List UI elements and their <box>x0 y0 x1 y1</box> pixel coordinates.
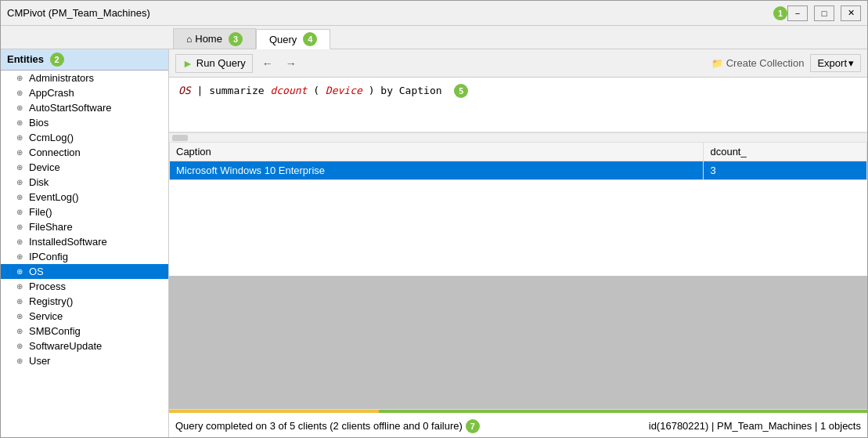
create-collection-label: Create Collection <box>726 57 805 69</box>
badge-3: 3 <box>229 32 243 46</box>
expand-icon: ⊕ <box>16 89 26 97</box>
cell-dcount[interactable]: 3 <box>704 161 867 180</box>
badge-7: 7 <box>466 419 480 433</box>
code-paren1: ( <box>313 85 326 96</box>
sidebar-item-user[interactable]: ⊕User <box>1 353 168 368</box>
run-query-button[interactable]: ► Run Query <box>175 54 253 73</box>
badge-4: 4 <box>303 32 317 46</box>
sidebar-item-installedsoftware[interactable]: ⊕InstalledSoftware <box>1 234 168 249</box>
progress-container <box>169 410 867 413</box>
tab-query[interactable]: Query 4 <box>256 29 330 49</box>
expand-icon: ⊕ <box>16 297 26 306</box>
code-pipe: | summarize <box>196 85 270 96</box>
main-window: CMPivot (PM_Team_Machines) 1 − □ ✕ ⌂ Hom… <box>0 0 868 438</box>
progress-green <box>379 410 867 413</box>
sidebar-item-bios[interactable]: ⊕Bios <box>1 115 168 130</box>
main-content: Entities 2 ⊕Administrators⊕AppCrash⊕Auto… <box>1 49 867 437</box>
back-button[interactable]: ← <box>259 56 276 71</box>
sidebar-item-label: Service <box>29 310 63 322</box>
sidebar-item-label: Registry() <box>29 295 73 307</box>
expand-icon: ⊕ <box>16 133 26 142</box>
toolbar-right: 📁 Create Collection Export ▾ <box>711 54 861 72</box>
table-header-row: Caption dcount_ <box>170 143 867 161</box>
status-right: id(16780221) | PM_Team_Machines | 1 obje… <box>649 420 861 432</box>
sidebar-item-label: FileShare <box>29 221 73 233</box>
sidebar-item-ccmlog--[interactable]: ⊕CcmLog() <box>1 130 168 145</box>
sidebar-item-label: CcmLog() <box>29 132 74 143</box>
column-caption: Caption <box>170 143 704 161</box>
sidebar-item-label: IPConfig <box>29 251 68 262</box>
empty-results-area <box>169 276 867 410</box>
sidebar-item-smbconfig[interactable]: ⊕SMBConfig <box>1 324 168 338</box>
code-editor[interactable]: OS | summarize dcount ( Device ) by Capt… <box>169 78 867 132</box>
code-entity: OS <box>178 85 191 96</box>
cell-caption: Microsoft Windows 10 Enterprise <box>170 161 704 180</box>
query-area: ► Run Query ← → 📁 Create Collection Expo… <box>169 49 867 437</box>
sidebar-item-label: Process <box>29 281 66 292</box>
sidebar-item-eventlog--[interactable]: ⊕EventLog() <box>1 190 168 205</box>
expand-icon: ⊕ <box>16 327 26 335</box>
horizontal-scrollbar[interactable] <box>169 132 867 142</box>
minimize-button[interactable]: − <box>787 5 808 21</box>
sidebar-item-appcrash[interactable]: ⊕AppCrash <box>1 85 168 100</box>
expand-icon: ⊕ <box>16 357 26 365</box>
export-dropdown-icon: ▾ <box>848 57 854 69</box>
sidebar-item-ipconfig[interactable]: ⊕IPConfig <box>1 249 168 264</box>
sidebar-item-os[interactable]: ⊕OS <box>1 264 168 279</box>
collection-icon: 📁 <box>711 58 723 69</box>
badge-1: 1 <box>773 6 787 20</box>
results-table: Caption dcount_ Microsoft Windows 10 Ent… <box>169 142 867 180</box>
run-query-label: Run Query <box>196 57 246 69</box>
expand-icon: ⊕ <box>16 237 26 246</box>
expand-icon: ⊕ <box>16 74 26 82</box>
status-bar: Query completed on 3 of 5 clients (2 cli… <box>169 409 867 437</box>
sidebar-item-label: AutoStartSoftware <box>29 102 112 114</box>
sidebar-item-connection[interactable]: ⊕Connection <box>1 145 168 160</box>
code-function: dcount <box>270 85 307 96</box>
column-dcount: dcount_ <box>704 143 867 161</box>
expand-icon: ⊕ <box>16 163 26 172</box>
sidebar-item-administrators[interactable]: ⊕Administrators <box>1 71 168 85</box>
play-icon: ► <box>182 57 193 70</box>
expand-icon: ⊕ <box>16 178 26 186</box>
badge-2: 2 <box>50 52 64 67</box>
create-collection-button[interactable]: 📁 Create Collection <box>711 57 805 69</box>
export-button[interactable]: Export ▾ <box>810 54 861 72</box>
sidebar-item-label: InstalledSoftware <box>29 236 107 248</box>
progress-yellow <box>169 410 379 413</box>
close-button[interactable]: ✕ <box>841 5 861 21</box>
sidebar-item-fileshare[interactable]: ⊕FileShare <box>1 219 168 234</box>
table-row[interactable]: Microsoft Windows 10 Enterprise 3 <box>170 161 867 180</box>
expand-icon: ⊕ <box>16 223 26 231</box>
window-controls: − □ ✕ <box>787 5 861 21</box>
expand-icon: ⊕ <box>16 193 26 201</box>
home-icon: ⌂ <box>186 34 192 45</box>
entities-label: Entities <box>7 53 44 65</box>
results-area: Caption dcount_ Microsoft Windows 10 Ent… <box>169 142 867 409</box>
forward-button[interactable]: → <box>283 56 300 71</box>
sidebar-item-softwareupdate[interactable]: ⊕SoftwareUpdate <box>1 338 168 353</box>
expand-icon: ⊕ <box>16 342 26 350</box>
sidebar-item-process[interactable]: ⊕Process <box>1 279 168 294</box>
table-wrapper[interactable]: Caption dcount_ Microsoft Windows 10 Ent… <box>169 142 867 276</box>
sidebar-item-label: AppCrash <box>29 87 74 99</box>
sidebar-item-label: User <box>29 355 50 367</box>
expand-icon: ⊕ <box>16 312 26 320</box>
sidebar-item-disk[interactable]: ⊕Disk <box>1 175 168 190</box>
status-text: Query completed on 3 of 5 clients (2 cli… <box>175 420 463 432</box>
sidebar-items-container: ⊕Administrators⊕AppCrash⊕AutoStartSoftwa… <box>1 71 168 368</box>
sidebar-item-autostartsoftware[interactable]: ⊕AutoStartSoftware <box>1 100 168 115</box>
sidebar-item-file--[interactable]: ⊕File() <box>1 205 168 219</box>
maximize-button[interactable]: □ <box>814 5 834 21</box>
sidebar-item-label: Disk <box>29 176 49 188</box>
title-bar: CMPivot (PM_Team_Machines) 1 − □ ✕ <box>1 1 867 26</box>
sidebar-item-label: File() <box>29 206 52 218</box>
sidebar-item-service[interactable]: ⊕Service <box>1 309 168 324</box>
sidebar-item-label: EventLog() <box>29 191 79 203</box>
tab-home[interactable]: ⌂ Home 3 <box>173 28 256 49</box>
sidebar-header: Entities 2 <box>1 49 168 71</box>
sidebar-item-registry--[interactable]: ⊕Registry() <box>1 294 168 309</box>
sidebar-item-device[interactable]: ⊕Device <box>1 160 168 175</box>
sidebar-item-label: Bios <box>29 117 49 129</box>
code-paren2: ) by Caption <box>369 85 442 96</box>
